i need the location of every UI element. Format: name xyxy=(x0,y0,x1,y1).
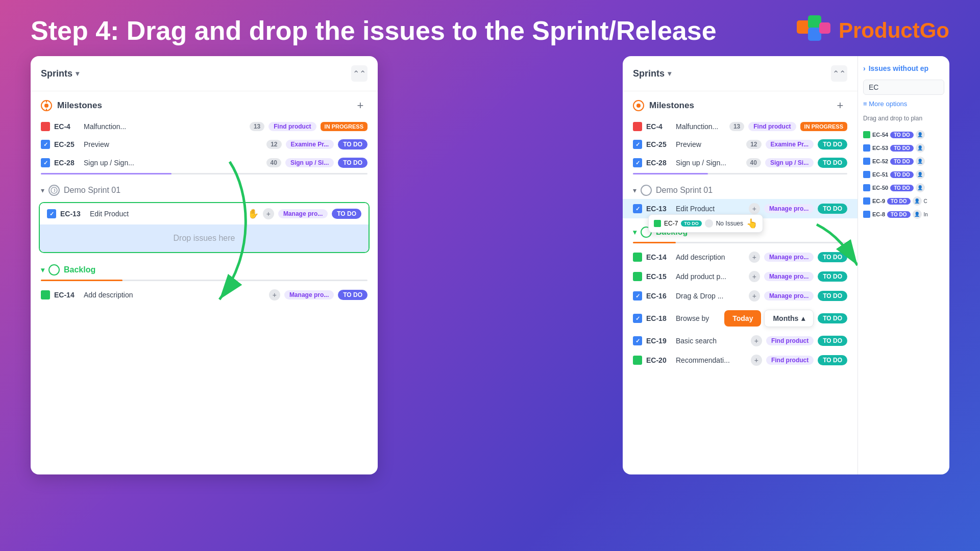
add-issue-button[interactable]: + xyxy=(751,355,762,366)
page-title: Step 4: Drag and drop the issues to the … xyxy=(31,15,717,46)
right-milestones-title: Milestones xyxy=(633,100,694,111)
milestones-title: Milestones xyxy=(41,100,102,111)
issue-type-icon xyxy=(41,158,50,167)
logo-icon xyxy=(797,15,832,46)
drag-item-id: EC-7 xyxy=(664,220,678,227)
sprint-icon xyxy=(641,185,652,196)
chevron-right-icon: › xyxy=(863,64,866,72)
list-item: EC-9 TO DO 👤 C xyxy=(863,194,944,208)
right-sprint-label: Demo Sprint 01 xyxy=(656,186,713,195)
issue-type-icon xyxy=(863,211,870,218)
table-row: EC-25 Preview 12 Examine Pr... TO DO xyxy=(623,135,857,154)
backlog-toggle-icon[interactable]: ▾ xyxy=(41,266,44,274)
issue-type-icon xyxy=(633,272,642,281)
issue-type-icon xyxy=(41,122,50,131)
avatar: 👤 xyxy=(916,170,925,179)
left-panel-header: Sprints ▾ ⌃⌃ xyxy=(31,56,378,91)
issue-type-icon xyxy=(633,356,642,365)
issue-type-icon xyxy=(633,291,642,300)
right-panel: Sprints ▾ ⌃⌃ Milestones + EC-4 xyxy=(623,56,857,474)
drag-hint-text: Drag and drop to plan xyxy=(863,115,944,122)
header: Step 4: Drag and drop the issues to the … xyxy=(0,0,980,56)
issue-type-icon xyxy=(633,314,642,323)
avatar: 👤 xyxy=(913,210,922,219)
right-panel-header: Sprints ▾ ⌃⌃ xyxy=(623,56,857,91)
issue-type-icon xyxy=(633,204,642,213)
table-row: EC-4 Malfunction... 13 Find product IN P… xyxy=(31,118,378,135)
backlog-label: Backlog xyxy=(64,265,95,274)
drag-item-floating: EC-7 TO DO No Issues 👆 xyxy=(648,214,763,233)
svg-rect-3 xyxy=(819,22,830,34)
table-row: EC-20 Recommendati... + Find product TO … xyxy=(623,350,857,370)
avatar: 👤 xyxy=(916,183,925,192)
add-issue-button[interactable]: + xyxy=(749,271,760,282)
list-item: EC-53 TO DO 👤 xyxy=(863,141,944,155)
issue-type-icon xyxy=(633,253,642,262)
sidebar-search-input[interactable] xyxy=(863,80,944,95)
add-issue-button[interactable]: + xyxy=(749,203,760,214)
issue-type-icon xyxy=(863,131,870,138)
popup-months[interactable]: Months ▴ xyxy=(764,310,814,327)
issue-type-icon xyxy=(633,158,642,167)
right-sidebar: › Issues without ep ≡ More options Drag … xyxy=(857,56,949,474)
avatar: 👤 xyxy=(916,157,925,166)
issue-type-icon xyxy=(41,140,50,149)
svg-point-11 xyxy=(636,104,641,108)
avatar: 👤 xyxy=(916,130,925,139)
collapse-button[interactable]: ⌃⌃ xyxy=(351,65,368,82)
issue-type-icon xyxy=(633,336,642,345)
list-item: EC-51 TO DO 👤 xyxy=(863,168,944,181)
svg-point-8 xyxy=(51,187,57,193)
issue-type-icon xyxy=(863,197,870,205)
drag-item-avatar xyxy=(705,219,713,228)
expand-issues-button[interactable]: › Issues without ep xyxy=(863,64,944,72)
backlog-icon xyxy=(48,264,60,276)
table-row: EC-28 Sign up / Sign... 40 Sign up / Si.… xyxy=(623,154,857,172)
svg-point-5 xyxy=(44,104,48,108)
avatar: 👤 xyxy=(913,196,922,206)
sprint-toggle-icon[interactable]: ▾ xyxy=(633,186,636,194)
right-collapse-button[interactable]: ⌃⌃ xyxy=(831,65,847,82)
right-panel-wrapper: Sprints ▾ ⌃⌃ Milestones + EC-4 xyxy=(623,56,949,474)
backlog-toggle-icon[interactable]: ▾ xyxy=(633,228,636,236)
chevron-down-icon: ▾ xyxy=(76,69,79,78)
more-options-link[interactable]: ≡ More options xyxy=(863,100,944,108)
add-issue-button[interactable]: + xyxy=(749,252,760,263)
sprint-icon xyxy=(48,185,60,196)
sprint-toggle-icon[interactable]: ▾ xyxy=(41,186,44,194)
issue-type-icon xyxy=(41,290,50,299)
drag-arrow-left xyxy=(189,152,291,315)
drag-item-label: No Issues xyxy=(716,220,743,227)
add-issue-button[interactable]: + xyxy=(751,335,762,346)
logo: ProductGo xyxy=(797,15,949,46)
popup-today: Today xyxy=(724,310,761,327)
add-issue-button[interactable]: + xyxy=(749,290,760,302)
chevron-up-icon: ▴ xyxy=(801,314,805,322)
drag-arrow-right xyxy=(806,214,857,276)
right-add-milestone-button[interactable]: + xyxy=(833,98,847,113)
add-milestone-button[interactable]: + xyxy=(353,98,368,113)
issue-type-icon xyxy=(863,158,870,165)
list-item: EC-54 TO DO 👤 xyxy=(863,128,944,141)
chevron-down-icon: ▾ xyxy=(668,69,671,78)
table-row: EC-19 Basic search + Find product TO DO xyxy=(623,331,857,350)
issue-type-icon xyxy=(633,140,642,149)
issue-type-icon xyxy=(633,122,642,131)
right-milestones-header: Milestones + xyxy=(623,91,857,118)
milestone-icon xyxy=(41,100,52,111)
milestones-section-header: Milestones + xyxy=(31,91,378,118)
sprints-dropdown[interactable]: Sprints ▾ xyxy=(41,68,79,79)
sprint-label: Demo Sprint 01 xyxy=(64,186,120,195)
table-row: EC-16 Drag & Drop ... + Manage pro... TO… xyxy=(623,286,857,306)
sprint-issue-area: EC-13 Edit Product + Manage pro... TO DO… xyxy=(623,199,857,218)
logo-text: ProductGo xyxy=(839,18,949,43)
milestone-icon xyxy=(633,100,644,111)
list-item: EC-52 TO DO 👤 xyxy=(863,155,944,168)
table-row: EC-18 Browse by Today Months ▴ TO DO xyxy=(623,306,857,331)
right-sprints-dropdown[interactable]: Sprints ▾ xyxy=(633,68,671,79)
table-row: EC-4 Malfunction... 13 Find product IN P… xyxy=(623,118,857,135)
panels-container: Sprints ▾ ⌃⌃ Milestones + EC-4 xyxy=(0,56,980,474)
right-sprint-header: ▾ Demo Sprint 01 xyxy=(623,179,857,199)
avatar: 👤 xyxy=(916,143,925,153)
issue-type-icon xyxy=(863,184,870,191)
